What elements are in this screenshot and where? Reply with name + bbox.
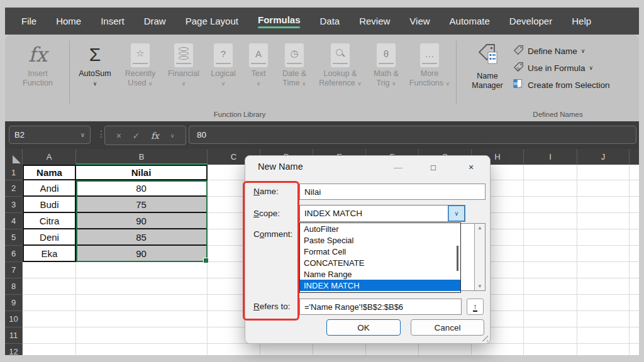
refers-to-field[interactable]: ='Name Range'!$B$2:$B$6	[299, 299, 462, 315]
tab-home[interactable]: Home	[56, 16, 81, 26]
tab-file[interactable]: File	[21, 16, 36, 26]
cell-b4[interactable]: 90	[76, 213, 208, 229]
tab-formulas[interactable]: Formulas	[258, 14, 301, 28]
cell-f12[interactable]	[366, 344, 419, 355]
dropdown-item-concatenate[interactable]: CONCATENATE	[300, 257, 460, 268]
cell-i11[interactable]	[524, 327, 577, 344]
cell-a6[interactable]: Eka	[23, 246, 76, 262]
cell-j2[interactable]	[577, 180, 630, 197]
cell-k1[interactable]	[630, 165, 639, 180]
minimize-icon[interactable]: —	[389, 160, 408, 174]
cell-i7[interactable]	[524, 262, 577, 278]
cell-b1[interactable]: Nilai	[76, 165, 208, 180]
cell-b6[interactable]: 90	[76, 246, 208, 262]
cell-j3[interactable]	[577, 197, 630, 213]
row-header-3[interactable]: 3	[5, 197, 23, 213]
logical-button[interactable]: ?Logical∨	[204, 40, 242, 89]
use-in-formula-button[interactable]: fxUse in Formula∨	[513, 62, 610, 74]
cell-b2[interactable]: 80	[76, 180, 208, 197]
row-header-4[interactable]: 4	[5, 213, 23, 229]
cell-a5[interactable]: Deni	[23, 229, 76, 246]
lookup-reference-button[interactable]: Lookup &Reference ∨	[314, 40, 367, 89]
date-time-button[interactable]: ◷Date &Time ∨	[275, 40, 314, 89]
cell-b3[interactable]: 75	[76, 197, 208, 213]
cell-b11[interactable]	[76, 327, 208, 344]
tab-view[interactable]: View	[409, 16, 430, 26]
math-trig-button[interactable]: θMath &Trig ∨	[367, 40, 406, 89]
cell-j6[interactable]	[577, 246, 630, 262]
cell-k6[interactable]	[630, 246, 639, 262]
more-functions-button[interactable]: …MoreFunctions ∨	[406, 40, 453, 89]
define-name-button[interactable]: Define Name∨	[513, 45, 610, 57]
cell-k8[interactable]	[630, 278, 639, 295]
cell-k10[interactable]	[630, 311, 639, 327]
cell-a9[interactable]	[23, 295, 76, 311]
cell-j11[interactable]	[577, 327, 630, 344]
cell-b9[interactable]	[76, 295, 208, 311]
cell-j9[interactable]	[577, 295, 630, 311]
cell-i1[interactable]	[524, 165, 577, 180]
column-header-b[interactable]: B	[76, 149, 208, 165]
row-header-5[interactable]: 5	[5, 229, 23, 246]
dropdown-item-paste-special[interactable]: Paste Special	[300, 234, 460, 246]
cell-k2[interactable]	[630, 180, 639, 197]
autosum-button[interactable]: ΣAutoSum∨	[72, 40, 118, 89]
cell-a8[interactable]	[23, 278, 76, 295]
cell-b8[interactable]	[76, 278, 208, 295]
cell-a1[interactable]: Nama	[23, 165, 76, 180]
scope-dropdown[interactable]: INDEX MATCH ∨	[299, 205, 465, 222]
column-header-j[interactable]: J	[577, 149, 630, 165]
row-header-8[interactable]: 8	[5, 278, 23, 295]
dropdown-item-format-cell[interactable]: Format Cell	[300, 246, 460, 257]
dropdown-item-index-match[interactable]: INDEX MATCH	[300, 280, 460, 291]
row-header-12[interactable]: 12	[5, 344, 23, 355]
close-icon[interactable]: ×	[462, 160, 480, 174]
insert-function-button[interactable]: fx Insert Function	[9, 40, 67, 88]
cell-i3[interactable]	[524, 197, 577, 213]
ok-button[interactable]: OK	[326, 319, 401, 336]
row-header-11[interactable]: 11	[5, 327, 23, 344]
row-header-10[interactable]: 10	[5, 311, 23, 327]
tab-draw[interactable]: Draw	[144, 16, 166, 26]
cell-i8[interactable]	[524, 278, 577, 295]
cell-a4[interactable]: Citra	[23, 213, 76, 229]
formula-input[interactable]: 80	[189, 126, 636, 144]
cell-k7[interactable]	[630, 262, 639, 278]
cancel-entry-icon[interactable]: ×	[116, 131, 121, 141]
chevron-down-icon[interactable]: ∨	[448, 206, 464, 221]
dropdown-scrollbar-thumb[interactable]	[457, 246, 458, 271]
row-header-9[interactable]: 9	[5, 295, 23, 311]
tab-page-layout[interactable]: Page Layout	[186, 16, 238, 26]
cell-k11[interactable]	[630, 327, 639, 344]
cell-i2[interactable]	[524, 180, 577, 197]
cell-a11[interactable]	[23, 327, 76, 344]
row-header-1[interactable]: 1	[5, 165, 23, 180]
cell-j4[interactable]	[577, 213, 630, 229]
dropdown-item-name-range[interactable]: Name Range	[300, 268, 460, 280]
tab-help[interactable]: Help	[572, 16, 591, 26]
cell-b12[interactable]	[76, 344, 208, 355]
cell-i4[interactable]	[524, 213, 577, 229]
confirm-entry-icon[interactable]: ✓	[133, 131, 140, 141]
cell-a3[interactable]: Budi	[23, 197, 76, 213]
row-header-2[interactable]: 2	[5, 180, 23, 197]
cell-k5[interactable]	[630, 229, 639, 246]
cell-k4[interactable]	[630, 213, 639, 229]
column-header-k[interactable]: K	[630, 149, 639, 165]
cell-j1[interactable]	[577, 165, 630, 180]
name-box[interactable]: B2 ∨	[9, 126, 91, 144]
cell-i12[interactable]	[524, 344, 577, 355]
cell-k3[interactable]	[630, 197, 639, 213]
cell-k12[interactable]	[630, 344, 639, 355]
insert-function-icon[interactable]: fx	[151, 131, 159, 141]
comment-scrollbar[interactable]: ▲ ▼	[474, 224, 485, 290]
scroll-up-icon[interactable]: ▲	[477, 225, 482, 231]
cell-j8[interactable]	[577, 278, 630, 295]
collapse-dialog-button[interactable]: ↑	[467, 299, 484, 315]
cell-a12[interactable]	[23, 344, 76, 355]
name-manager-button[interactable]: Name Manager	[463, 40, 512, 91]
tab-data[interactable]: Data	[319, 16, 340, 26]
financial-button[interactable]: Financial∨	[163, 40, 204, 89]
name-field[interactable]: Nilai	[299, 184, 486, 200]
tab-developer[interactable]: Developer	[509, 16, 552, 26]
